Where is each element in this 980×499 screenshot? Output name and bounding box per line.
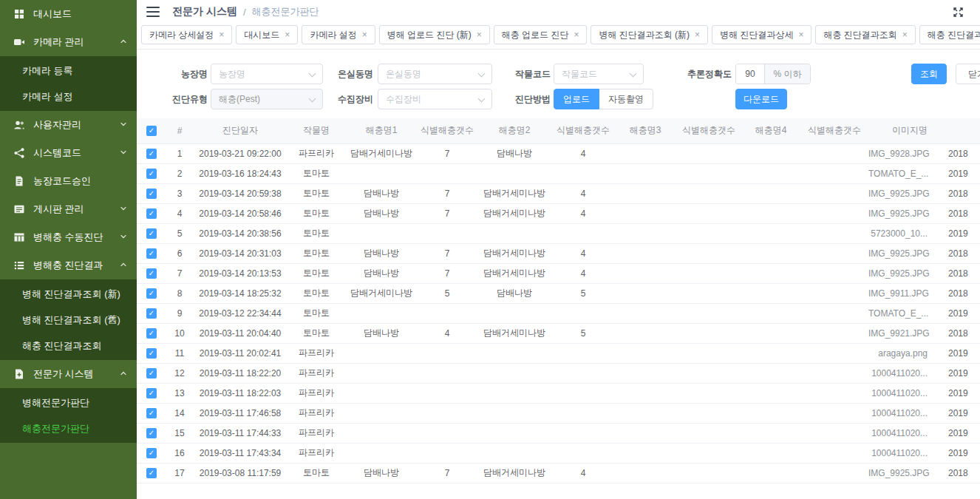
table-row[interactable]: ✓122019-03-11 18:22:20파프리카1000411020...2… [137,363,980,383]
sidebar-item[interactable]: 농장코드승인 [0,167,137,195]
tab-close-icon[interactable]: × [695,30,700,40]
tab-close-icon[interactable]: × [219,30,224,40]
table-row[interactable]: ✓22019-03-16 18:24:43토마토TOMATO_E_...2019 [137,163,980,183]
sidebar-subitem[interactable]: 카메라 등록 [0,58,137,84]
table-cell: 파프리카 [287,443,345,463]
sidebar-item[interactable]: 사용자관리 [0,111,137,139]
table-row[interactable]: ✓42019-03-14 20:58:46토마토담배나방7담배거세미나방4IMG… [137,203,980,223]
row-checkbox[interactable]: ✓ [146,149,157,159]
table-row[interactable]: ✓172019-03-08 11:17:59토마토담배나방7담배거세미나방4IM… [137,463,980,483]
table-cell [741,463,800,483]
tab-close-icon[interactable]: × [574,30,579,40]
row-checkbox[interactable]: ✓ [146,328,157,339]
row-checkbox[interactable]: ✓ [146,208,157,219]
sidebar-subitem[interactable]: 병해전문가판단 [0,390,137,415]
row-checkbox[interactable]: ✓ [146,408,157,418]
table-cell [345,423,418,443]
method-upload-button[interactable]: 업로드 [554,89,599,109]
table-row[interactable]: ✓112019-03-11 20:02:41파프리카aragaya.png201… [137,343,980,363]
sidebar-subitem[interactable]: 병해 진단결과조회 (新) [0,281,137,307]
sidebar-subitem-active[interactable]: 해충전문가판단 [0,415,137,441]
table-row[interactable]: ✓62019-03-14 20:31:03토마토담배나방7담배거세미나방4IMG… [137,243,980,263]
table-cell: 7 [418,463,477,483]
row-checkbox[interactable]: ✓ [146,228,157,239]
download-button[interactable]: 다운로드 [735,89,787,109]
tab[interactable]: 해충 진단결과조회× [815,25,915,44]
column-header: # [166,118,193,143]
tab[interactable]: 병해 진단결과조회 (新)× [591,25,708,44]
tab[interactable]: 해충 업로드 진단× [494,25,588,44]
table-cell [676,223,741,243]
row-checkbox[interactable]: ✓ [146,468,157,478]
table-row[interactable]: ✓82019-03-14 18:25:32토마토담배거세미나방5담배나방5IMG… [137,283,980,303]
table-row[interactable]: ✓102019-03-11 20:04:40토마토담배나방4담배거세미나방5IM… [137,323,980,343]
table-cell: 담배나방 [477,283,552,303]
sidebar-item[interactable]: 시스템코드 [0,139,137,167]
row-checkbox[interactable]: ✓ [146,248,157,259]
accuracy-input[interactable] [736,64,764,84]
fullscreen-icon[interactable] [953,7,964,18]
row-checkbox[interactable]: ✓ [146,348,157,359]
sidebar-item[interactable]: 게시판 관리 [0,195,137,223]
tab-close-icon[interactable]: × [902,30,908,40]
close-button[interactable]: 닫기 [956,64,980,84]
greenhouse-select[interactable]: 온실동명 [378,64,492,84]
row-checkbox[interactable]: ✓ [146,268,157,279]
table-cell [477,403,552,423]
search-button[interactable]: 조회 [911,64,947,84]
tab[interactable]: 병해 업로드 진단 (新)× [379,25,490,44]
tab[interactable]: 카메라 상세설정× [141,25,232,44]
farm-name-select[interactable]: 농장명 [211,64,323,84]
row-checkbox[interactable]: ✓ [146,308,157,319]
sidebar-item[interactable]: 전문가 시스템 [0,360,137,388]
table-row[interactable]: ✓72019-03-14 20:13:53토마토담배나방7담배거세미나방4IMG… [137,263,980,283]
row-checkbox[interactable]: ✓ [146,189,157,199]
table-row[interactable]: ✓92019-03-12 22:34:44토마토TOMATO_E_...2019 [137,303,980,323]
table-row[interactable]: ✓152019-03-11 17:44:33파프리카1000411020...2… [137,423,980,443]
table-row[interactable]: ✓132019-03-11 18:22:03파프리카1000411020...2… [137,383,980,403]
table-cell [477,363,552,383]
table-row[interactable]: ✓52019-03-14 20:38:56토마토5723000_10...201… [137,223,980,243]
sidebar-item[interactable]: 병해충 수동진단 [0,223,137,251]
tab-close-icon[interactable]: × [477,30,482,40]
hamburger-menu-icon[interactable] [146,7,160,17]
row-checkbox[interactable]: ✓ [146,448,157,458]
table-row[interactable]: ✓32019-03-14 20:59:38토마토담배나방7담배거세미나방4IMG… [137,183,980,203]
table-row[interactable]: ✓162019-03-11 17:43:34파프리카1000411020...2… [137,443,980,463]
table-row[interactable]: ✓142019-03-11 17:46:58파프리카1000411020...2… [137,403,980,423]
tab-close-icon[interactable]: × [362,30,367,40]
table-cell: 4 [552,463,614,483]
crop-code-select[interactable]: 작물코드 [554,64,644,84]
sidebar-item[interactable]: 병해충 진단결과 [0,251,137,279]
tab[interactable]: 카메라 설정× [302,25,375,44]
table-cell: 2018 [948,183,980,203]
tab[interactable]: 해충 진단결과상세× [919,25,980,44]
select-all-checkbox[interactable]: ✓ [146,126,157,136]
row-checkbox[interactable]: ✓ [146,428,157,438]
tab[interactable]: 대시보드× [236,25,298,44]
table-cell: 5 [552,323,614,343]
sidebar-subitem[interactable]: 카메라 설정 [0,84,137,109]
column-header: 식별해충갯수 [800,118,868,143]
breadcrumb-root[interactable]: 전문가 시스템 [172,5,237,18]
table-cell [676,323,741,343]
table-cell: 2019 [948,303,980,323]
sidebar-subitem[interactable]: 해충 진단결과조회 [0,333,137,359]
table-cell [614,143,676,163]
sidebar-item[interactable]: 카메라 관리 [0,28,137,56]
table-cell [614,423,676,443]
method-auto-capture-button[interactable]: 자동촬영 [599,89,653,109]
table-cell [418,163,477,183]
row-checkbox[interactable]: ✓ [146,288,157,299]
device-select[interactable]: 수집장비 [378,89,492,109]
tab-close-icon[interactable]: × [798,30,803,40]
sidebar-item-label: 병해충 진단결과 [33,259,103,272]
row-checkbox[interactable]: ✓ [146,169,157,179]
sidebar-item[interactable]: 대시보드 [0,0,137,28]
tab[interactable]: 병해 진단결과상세× [712,25,811,44]
row-checkbox[interactable]: ✓ [146,388,157,398]
table-row[interactable]: ✓12019-03-21 09:22:00파프리카담배거세미나방7담배나방4IM… [137,143,980,163]
tab-close-icon[interactable]: × [285,30,290,40]
sidebar-subitem[interactable]: 병해 진단결과조회 (舊) [0,307,137,333]
row-checkbox[interactable]: ✓ [146,368,157,379]
